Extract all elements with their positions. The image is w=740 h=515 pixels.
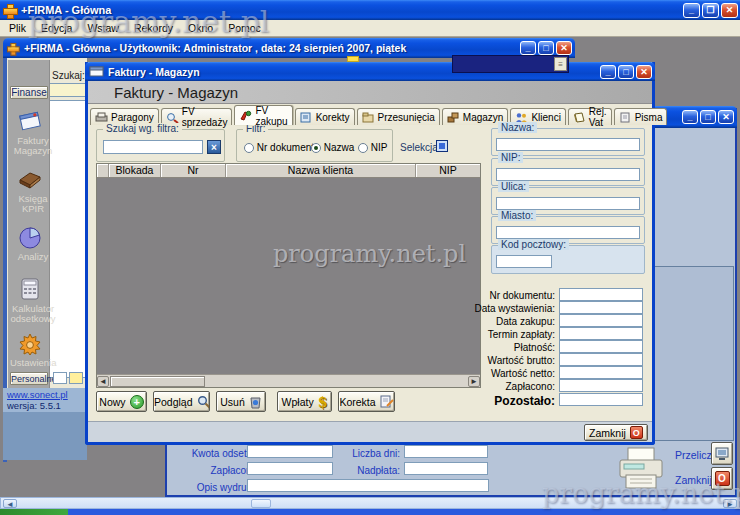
- nr-dokumentu-input[interactable]: [559, 288, 643, 301]
- maximize-button[interactable]: □: [618, 65, 634, 79]
- kod-pocztowy-input[interactable]: [496, 255, 552, 268]
- app-search-input[interactable]: [47, 83, 87, 97]
- korekta-button[interactable]: Korekta: [338, 391, 395, 412]
- tab-label: Korekty: [316, 112, 350, 123]
- dropdown-grip-icon[interactable]: ≡: [554, 57, 567, 71]
- minimize-button[interactable]: _: [682, 110, 698, 124]
- radio-icon[interactable]: [358, 143, 368, 153]
- sonect-link[interactable]: www.sonect.pl: [7, 389, 87, 400]
- scroll-left-arrow[interactable]: ◄: [3, 499, 17, 508]
- miasto-input[interactable]: [496, 226, 640, 239]
- radio-icon[interactable]: [311, 143, 321, 153]
- zaplacono-input[interactable]: [247, 462, 333, 475]
- scroll-thumb[interactable]: [251, 499, 271, 508]
- menu-wstaw[interactable]: Wstaw: [87, 22, 119, 34]
- minimize-button[interactable]: _: [520, 41, 536, 55]
- column-header-blokada[interactable]: Blokada: [109, 164, 161, 177]
- wartosc-brutto-input[interactable]: [559, 353, 643, 366]
- sidebar-item-kalkulator[interactable]: Kalkulator odsetkowy: [10, 276, 50, 332]
- power-icon: O: [630, 426, 643, 439]
- selection-icon[interactable]: [436, 140, 448, 152]
- maximize-button[interactable]: □: [700, 110, 716, 124]
- wplaty-button[interactable]: Wpłaty $: [277, 391, 332, 412]
- radio-nazwa[interactable]: Nazwa: [311, 142, 354, 153]
- column-header-nip[interactable]: NIP: [416, 164, 480, 177]
- tab-przesuniecia[interactable]: Przesunięcia: [357, 108, 440, 125]
- start-button-fragment[interactable]: [0, 509, 68, 515]
- nip-input[interactable]: [496, 168, 640, 181]
- close-button[interactable]: ✕: [718, 110, 734, 124]
- nadplata-input[interactable]: [404, 462, 488, 475]
- power-icon: O: [715, 471, 730, 486]
- floating-dropdown[interactable]: ≡: [452, 55, 569, 73]
- zaplacono-detail-input[interactable]: [559, 379, 643, 392]
- clients-icon: [515, 112, 528, 123]
- termin-zaplaty-input[interactable]: [559, 327, 643, 340]
- nazwa-input[interactable]: [496, 138, 640, 151]
- data-wystawienia-input[interactable]: [559, 301, 643, 314]
- main-hscrollbar[interactable]: ◄ ►: [0, 497, 740, 509]
- tab-fv-zakupu[interactable]: FV zakupu: [234, 105, 292, 125]
- filter-search-input[interactable]: [103, 140, 203, 154]
- clear-filter-icon[interactable]: ×: [207, 140, 221, 154]
- calc-zamknij-button[interactable]: O: [711, 467, 733, 490]
- menu-rekordy[interactable]: Rekordy: [134, 22, 173, 34]
- scroll-left-arrow[interactable]: ◄: [97, 376, 109, 387]
- nowy-button[interactable]: Nowy +: [96, 391, 147, 412]
- close-button[interactable]: ✕: [556, 41, 572, 55]
- sale-invoice-icon: [166, 112, 179, 123]
- minimize-button[interactable]: _: [600, 65, 616, 79]
- tab-rej-vat[interactable]: Rej. Vat: [568, 108, 612, 125]
- menu-plik[interactable]: Plik: [9, 22, 26, 34]
- taskbar-strip[interactable]: [0, 509, 740, 515]
- przelicz-button[interactable]: [711, 442, 733, 465]
- dialog-titlebar[interactable]: Faktury - Magazyn _ □ ✕: [85, 62, 655, 81]
- main-window-titlebar[interactable]: +FIRMA - Główna _ ❐ ✕: [0, 0, 740, 20]
- wartosc-netto-input[interactable]: [559, 366, 643, 379]
- sidebar-group-finanse[interactable]: Finanse: [10, 86, 48, 99]
- sidebar-item-analizy[interactable]: Analizy: [10, 224, 50, 270]
- podglad-button[interactable]: Podgląd: [153, 391, 210, 412]
- table-hscrollbar[interactable]: ◄ ►: [97, 374, 480, 387]
- scroll-thumb[interactable]: [110, 376, 205, 387]
- platnosc-input[interactable]: [559, 340, 643, 353]
- restore-button[interactable]: ❐: [702, 3, 719, 18]
- sidebar-item-faktury-magazyn[interactable]: Faktury Magazyn: [10, 108, 50, 164]
- minimize-button[interactable]: _: [683, 3, 700, 18]
- field-label-pozostalo: Pozostało:: [458, 394, 555, 408]
- maximize-button[interactable]: □: [538, 41, 554, 55]
- sidebar-item-ustawienia[interactable]: Ustawienia: [10, 332, 50, 372]
- sidebar-item-label: Faktury Magazyn: [10, 136, 56, 156]
- field-label: Zapłacono:: [468, 381, 555, 392]
- sidebar-group-personalne[interactable]: Personalne: [10, 372, 48, 385]
- data-zakupu-input[interactable]: [559, 314, 643, 327]
- scroll-right-arrow[interactable]: ►: [723, 499, 737, 508]
- calculator-icon: [18, 276, 42, 302]
- opis-wydruku-input[interactable]: [247, 479, 489, 492]
- close-button[interactable]: ✕: [636, 65, 652, 79]
- kwota-odsetek-input[interactable]: [247, 445, 333, 458]
- menu-okno[interactable]: Okno: [188, 22, 213, 34]
- button-label: Korekta: [339, 396, 375, 408]
- sidebar-item-ksiega-kpir[interactable]: Księga KPIR: [10, 166, 50, 222]
- dialog-zamknij-button[interactable]: Zamknij O: [584, 424, 648, 441]
- tab-korekty[interactable]: Korekty: [295, 108, 355, 125]
- table-body[interactable]: programy.net.pl: [97, 178, 480, 374]
- usun-button[interactable]: Usuń: [216, 391, 266, 412]
- menu-pomoc[interactable]: Pomoc: [228, 22, 261, 34]
- column-header-nazwa-klienta[interactable]: Nazwa klienta: [226, 164, 416, 177]
- column-header-nr-dokumentu[interactable]: Nr dokumentu: [161, 164, 226, 177]
- close-button[interactable]: ✕: [721, 3, 738, 18]
- nip-label: NIP:: [498, 152, 523, 163]
- liczba-dni-input[interactable]: [404, 445, 488, 458]
- menu-edycja[interactable]: Edycja: [41, 22, 73, 34]
- radio-nip[interactable]: NIP: [358, 142, 387, 153]
- tab-pisma[interactable]: Pisma: [614, 108, 668, 125]
- pozostalo-input[interactable]: [559, 393, 643, 406]
- button-label: Podgląd: [154, 396, 193, 408]
- dialog-header-band: Faktury - Magazyn: [88, 81, 652, 104]
- column-header-select[interactable]: [97, 164, 109, 177]
- radio-nr-dokumentu[interactable]: Nr dokumentu: [244, 142, 320, 153]
- radio-icon[interactable]: [244, 143, 254, 153]
- ulica-input[interactable]: [496, 197, 640, 210]
